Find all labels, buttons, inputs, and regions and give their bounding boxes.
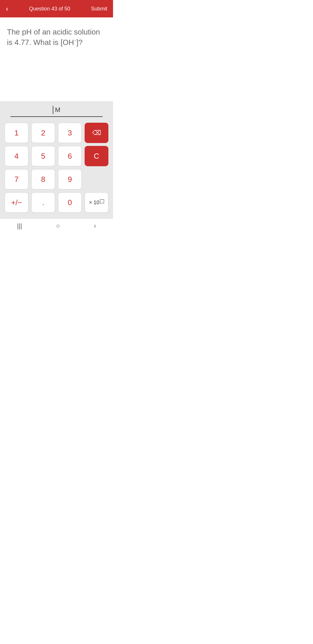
key-3[interactable]: 3 [58,123,82,143]
cursor [53,106,53,114]
calculator: M 1 2 3 ⌫ 4 5 6 C 7 8 9 +/− . 0 × 10 [0,101,113,218]
x10-label: × 10 [89,200,99,206]
submit-button[interactable]: Submit [91,6,107,12]
key-2[interactable]: 2 [31,123,55,143]
nav-home-icon[interactable]: ○ [56,222,60,230]
key-x10[interactable]: × 10 [85,192,108,213]
key-8[interactable]: 8 [31,169,55,189]
calc-unit-label: M [55,106,60,114]
key-5[interactable]: 5 [31,146,55,166]
question-text: The pH of an acidic solution is 4.77. Wh… [7,27,106,48]
key-clear[interactable]: C [85,146,108,166]
key-9[interactable]: 9 [58,169,82,189]
key-7[interactable]: 7 [5,169,28,189]
back-button[interactable]: ‹ [6,5,8,12]
x10-superscript-box [100,199,104,203]
question-area: The pH of an acidic solution is 4.77. Wh… [0,17,113,101]
nav-back-icon[interactable]: ‹ [94,222,96,230]
key-plusminus[interactable]: +/− [5,192,28,213]
nav-menu-icon[interactable]: ||| [17,222,22,230]
nav-bar: ||| ○ ‹ [0,218,113,232]
keypad: 1 2 3 ⌫ 4 5 6 C 7 8 9 +/− . 0 × 10 [5,123,108,213]
key-0[interactable]: 0 [58,192,82,213]
key-4[interactable]: 4 [5,146,28,166]
key-dot[interactable]: . [31,192,55,213]
key-backspace[interactable]: ⌫ [85,123,108,143]
key-1[interactable]: 1 [5,123,28,143]
app-header: ‹ Question 43 of 50 Submit [0,0,113,17]
empty-cell [85,169,108,189]
header-title: Question 43 of 50 [8,6,91,12]
calc-display[interactable]: M [10,106,103,117]
key-6[interactable]: 6 [58,146,82,166]
